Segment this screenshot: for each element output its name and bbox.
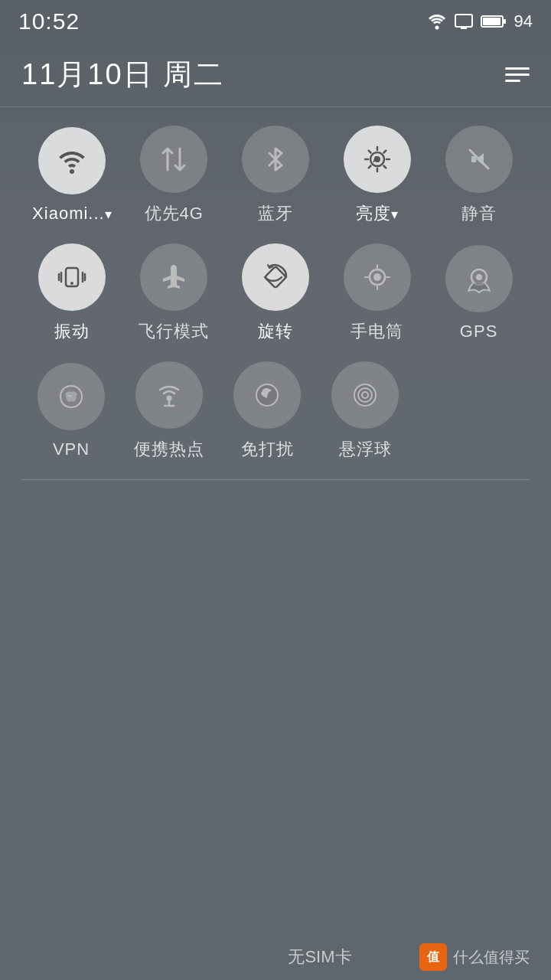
rotate-icon — [259, 260, 292, 294]
quick-airplane[interactable]: 飞行模式 — [132, 243, 216, 343]
quick-vpn[interactable]: ~ VPN — [29, 363, 113, 459]
quick-row-1: Xiaomi...▾ 优先4G 蓝牙 — [21, 126, 530, 225]
data-button[interactable] — [140, 126, 207, 193]
quick-rotate[interactable]: 旋转 — [233, 243, 318, 343]
floatball-button[interactable] — [331, 361, 399, 429]
vibrate-label: 振动 — [54, 320, 90, 343]
status-icons: 94 — [427, 11, 533, 31]
brand-text: 什么值得买 — [453, 947, 530, 968]
rotate-button[interactable] — [242, 243, 309, 311]
dnd-label: 免打扰 — [241, 438, 294, 461]
floatball-label: 悬浮球 — [339, 438, 392, 461]
airplane-button[interactable] — [140, 243, 207, 311]
quick-gps[interactable]: GPS — [437, 245, 521, 341]
svg-line-16 — [383, 151, 386, 153]
brightness-label: 亮度▾ — [356, 202, 399, 225]
sim-status: 无SIM卡 — [220, 946, 419, 969]
quick-brightness[interactable]: A 亮度▾ — [335, 126, 419, 225]
quick-data[interactable]: 优先4G — [132, 126, 216, 225]
flashlight-icon — [360, 260, 394, 294]
svg-rect-6 — [483, 18, 500, 25]
wifi-icon — [55, 144, 89, 178]
quick-floatball[interactable]: 悬浮球 — [323, 361, 407, 461]
svg-line-17 — [368, 166, 370, 168]
bluetooth-label: 蓝牙 — [258, 202, 293, 225]
screen-status-icon — [455, 14, 473, 29]
brand-area[interactable]: 值 什么值得买 — [419, 943, 530, 971]
svg-text:~: ~ — [67, 392, 72, 400]
silent-label: 静音 — [461, 202, 497, 225]
svg-line-14 — [368, 151, 370, 153]
list-view-button[interactable] — [505, 67, 530, 82]
gps-icon — [462, 262, 496, 296]
bluetooth-button[interactable] — [242, 126, 309, 193]
vpn-icon: ~ — [54, 380, 88, 413]
wifi-label: Xiaomi...▾ — [32, 204, 112, 224]
svg-rect-5 — [504, 19, 506, 24]
gps-label: GPS — [460, 322, 497, 341]
status-time: 10:52 — [18, 8, 80, 34]
airplane-label: 飞行模式 — [139, 320, 209, 343]
svg-point-7 — [70, 169, 74, 174]
hotspot-icon — [152, 378, 186, 412]
wifi-button[interactable] — [38, 127, 106, 194]
quick-flashlight[interactable]: 手电筒 — [335, 243, 419, 343]
quick-vibrate[interactable]: 振动 — [30, 243, 114, 343]
gps-button[interactable] — [445, 245, 513, 312]
svg-point-34 — [476, 274, 482, 280]
svg-text:A: A — [373, 155, 379, 164]
quick-dnd[interactable]: 免打扰 — [225, 361, 309, 461]
battery-status-icon — [481, 15, 507, 28]
data-label: 优先4G — [145, 202, 204, 225]
vpn-button[interactable]: ~ — [37, 363, 105, 430]
quick-hotspot[interactable]: 便携热点 — [127, 361, 211, 461]
quick-bluetooth[interactable]: 蓝牙 — [233, 126, 318, 225]
section-divider — [21, 479, 530, 480]
quick-row-2: 振动 飞行模式 旋转 — [21, 243, 530, 343]
brightness-button[interactable]: A — [344, 126, 411, 193]
bottom-bar: 无SIM卡 值 什么值得买 — [0, 934, 551, 980]
quick-settings-panel: Xiaomi...▾ 优先4G 蓝牙 — [0, 107, 551, 461]
dnd-icon — [250, 378, 284, 412]
hotspot-button[interactable] — [135, 361, 203, 429]
wifi-status-icon — [427, 13, 447, 30]
floatball-icon — [348, 378, 382, 412]
quick-silent[interactable]: 静音 — [437, 126, 521, 225]
brand-logo: 值 — [419, 943, 447, 971]
svg-point-0 — [435, 26, 439, 30]
flashlight-label: 手电筒 — [350, 320, 403, 343]
quick-row-3: ~ VPN 便携热点 — [21, 361, 530, 461]
vibrate-button[interactable] — [38, 243, 106, 311]
brightness-icon: A — [360, 142, 394, 176]
airplane-icon — [157, 260, 191, 294]
data-icon — [157, 142, 191, 176]
hotspot-label: 便携热点 — [134, 438, 204, 461]
date-bar: 11月10日 周二 — [0, 40, 551, 107]
svg-line-15 — [383, 166, 386, 168]
quick-wifi[interactable]: Xiaomi...▾ — [30, 127, 114, 224]
svg-rect-1 — [455, 15, 472, 27]
svg-point-28 — [373, 273, 381, 281]
svg-point-25 — [70, 282, 73, 285]
vpn-label: VPN — [53, 439, 90, 459]
status-bar: 10:52 94 — [0, 0, 551, 40]
battery-level: 94 — [514, 11, 533, 31]
date-text: 11月10日 周二 — [21, 55, 224, 94]
vibrate-icon — [55, 260, 89, 294]
bluetooth-icon — [259, 142, 292, 176]
silent-icon — [462, 142, 496, 176]
rotate-label: 旋转 — [258, 320, 293, 343]
flashlight-button[interactable] — [344, 243, 411, 311]
silent-button[interactable] — [445, 126, 513, 193]
dnd-button[interactable] — [233, 361, 301, 429]
